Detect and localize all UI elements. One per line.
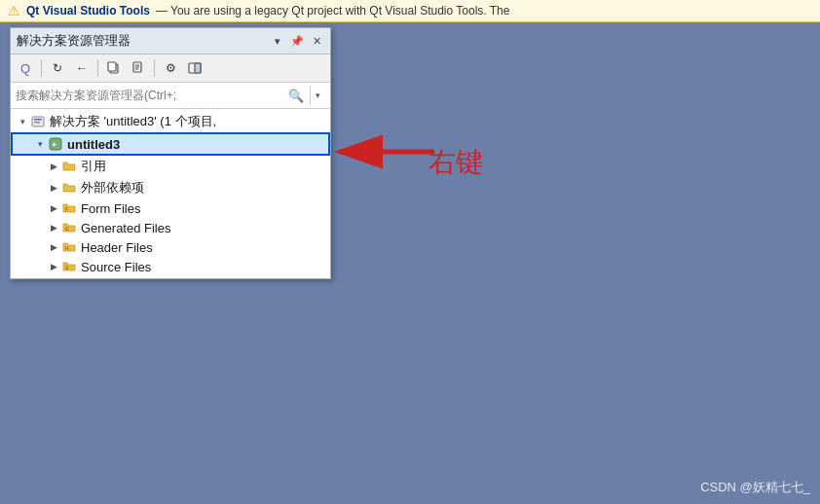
project-label: untitled3	[67, 137, 120, 152]
ext-deps-icon	[61, 180, 77, 196]
panel-title: 解决方案资源管理器	[17, 32, 266, 50]
toolbar-settings-btn[interactable]: ⚙	[160, 57, 181, 79]
separator-1	[41, 59, 42, 77]
tree-item-generated-files[interactable]: ▶ G Generated Files	[11, 218, 330, 237]
svg-rect-7	[195, 63, 201, 73]
panel-close-btn[interactable]: ✕	[309, 33, 324, 49]
tree-item-references[interactable]: ▶ 引用	[11, 156, 330, 177]
solution-explorer-panel: 解决方案资源管理器 ▾ 📌 ✕ Q ↻ ← ⚙ 🔍 ▾	[10, 27, 331, 279]
svg-rect-1	[108, 62, 116, 71]
separator-2	[97, 59, 98, 77]
tree-container: ▾ 解决方案 'untitled3' (1 个项目, ▾ + untitled3…	[11, 109, 330, 278]
form-files-label: Form Files	[81, 201, 140, 216]
tree-item-external-deps[interactable]: ▶ 外部依赖项	[11, 177, 330, 198]
svg-rect-10	[34, 122, 40, 124]
panel-toolbar: Q ↻ ← ⚙	[11, 54, 330, 83]
search-icon[interactable]: 🔍	[286, 86, 306, 105]
project-icon: +	[48, 136, 63, 152]
title-controls: ▾ 📌 ✕	[270, 33, 324, 49]
warning-message: — You are using a legacy Qt project with…	[156, 4, 510, 18]
panel-titlebar: 解决方案资源管理器 ▾ 📌 ✕	[11, 28, 330, 54]
toolbar-copy-btn[interactable]	[103, 57, 125, 79]
references-icon	[61, 159, 77, 174]
tree-item-header-files[interactable]: ▶ H Header Files	[11, 237, 330, 257]
ext-deps-expand-icon: ▶	[46, 180, 61, 196]
solution-root-item[interactable]: ▾ 解决方案 'untitled3' (1 个项目,	[11, 111, 330, 132]
search-dropdown-icon[interactable]: ▾	[310, 86, 325, 105]
solution-icon	[30, 114, 46, 129]
source-files-label: Source Files	[81, 260, 151, 274]
right-key-label: 右键	[429, 144, 483, 181]
watermark: CSDN @妖精七七_	[700, 479, 810, 496]
solution-expand-icon: ▾	[15, 114, 30, 129]
toolbar-back-btn[interactable]: ←	[71, 57, 93, 79]
svg-text:F: F	[65, 206, 68, 212]
header-files-icon: H	[61, 239, 77, 255]
separator-3	[154, 59, 155, 77]
generated-files-label: Generated Files	[81, 221, 171, 235]
panel-pin-btn[interactable]: 📌	[289, 33, 305, 49]
panel-searchbar: 🔍 ▾	[11, 83, 330, 109]
solution-label: 解决方案 'untitled3' (1 个项目,	[50, 113, 216, 130]
warning-icon: ⚠	[8, 3, 20, 18]
tree-item-source-files[interactable]: ▶ S Source Files	[11, 257, 330, 276]
toolbar-qt-btn[interactable]: Q	[15, 57, 36, 79]
toolbar-refresh-btn[interactable]: ↻	[47, 57, 68, 79]
form-files-expand-icon: ▶	[46, 200, 61, 216]
warning-title: Qt Visual Studio Tools	[26, 4, 150, 18]
header-files-label: Header Files	[81, 240, 153, 255]
references-label: 引用	[81, 158, 106, 175]
warning-bar: ⚠ Qt Visual Studio Tools — You are using…	[0, 0, 820, 22]
svg-rect-9	[34, 119, 42, 121]
project-item[interactable]: ▾ + untitled3	[11, 132, 330, 156]
svg-text:H: H	[65, 245, 69, 251]
source-files-expand-icon: ▶	[46, 259, 61, 274]
generated-files-icon: G	[61, 220, 77, 235]
tree-item-form-files[interactable]: ▶ F Form Files	[11, 198, 330, 218]
project-expand-icon: ▾	[32, 136, 48, 152]
toolbar-dock-btn[interactable]	[184, 57, 205, 79]
svg-text:+: +	[52, 140, 56, 150]
generated-files-expand-icon: ▶	[46, 220, 61, 235]
panel-dropdown-btn[interactable]: ▾	[270, 33, 285, 49]
form-files-icon: F	[61, 200, 77, 216]
header-files-expand-icon: ▶	[46, 239, 61, 255]
source-files-icon: S	[61, 259, 77, 274]
toolbar-page-btn[interactable]	[128, 57, 149, 79]
ext-deps-label: 外部依赖项	[81, 179, 144, 197]
references-expand-icon: ▶	[46, 159, 61, 174]
search-input[interactable]	[16, 89, 282, 102]
svg-text:G: G	[65, 226, 69, 232]
